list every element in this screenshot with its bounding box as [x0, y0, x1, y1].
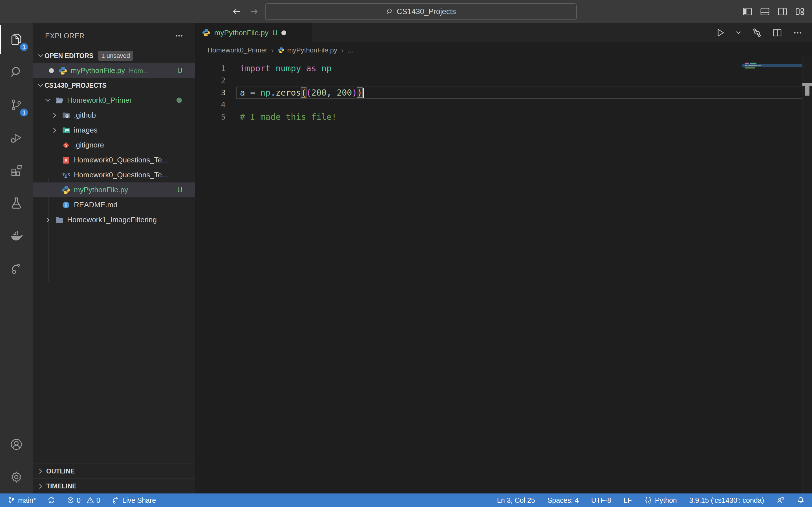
- customize-layout-icon[interactable]: [795, 6, 805, 17]
- beaker-icon: [10, 196, 23, 210]
- code-token: a: [240, 88, 245, 98]
- code-line-5[interactable]: 5# I made this file!: [195, 111, 812, 123]
- line-content[interactable]: a = np.zeros((200, 200)): [226, 88, 364, 98]
- workspace-root-header[interactable]: CS1430_PROJECTS: [33, 78, 195, 93]
- activity-item-explorer[interactable]: 1: [0, 23, 33, 56]
- breadcrumbs: Homework0_Primer›myPythonFile.py›...: [195, 42, 812, 58]
- status-item-live-share[interactable]: Live Share: [112, 496, 156, 504]
- nav-arrows: [232, 7, 259, 16]
- sliver-glyph: [802, 83, 812, 86]
- status-item-problems[interactable]: 00: [66, 496, 100, 504]
- tree-item-homework0-questions-te-[interactable]: Homework0_Questions_Te...: [33, 153, 195, 168]
- command-center-search[interactable]: CS1430_Projects: [265, 3, 577, 20]
- status-label: UTF-8: [591, 496, 611, 504]
- status-label: Ln 3, Col 25: [497, 496, 535, 504]
- status-label: Live Share: [122, 496, 156, 504]
- line-content[interactable]: # I made this file!: [226, 112, 337, 122]
- status-bar-right: Ln 3, Col 25Spaces: 4UTF-8LFPython3.9.15…: [497, 496, 805, 504]
- status-item-eol[interactable]: LF: [624, 496, 632, 504]
- back-button[interactable]: [232, 7, 241, 16]
- tree-item--gitignore[interactable]: .gitignore: [33, 137, 195, 153]
- status-item-indentation[interactable]: Spaces: 4: [547, 496, 579, 504]
- dirty-indicator[interactable]: [49, 68, 54, 73]
- tree-item-images[interactable]: images: [33, 123, 195, 137]
- search-icon: [10, 66, 23, 79]
- status-item-notifications[interactable]: [797, 496, 805, 504]
- status-item-encoding[interactable]: UTF-8: [591, 496, 611, 504]
- error-icon: [66, 496, 74, 504]
- open-editor-item[interactable]: myPythonFile.py Hom... U: [33, 63, 195, 78]
- line-number: 2: [195, 76, 226, 85]
- layout-controls: [742, 6, 805, 17]
- activity-item-accounts[interactable]: [0, 428, 33, 461]
- code-line-4[interactable]: 4: [195, 99, 812, 111]
- activity-item-settings[interactable]: [0, 461, 33, 494]
- braces-icon: [644, 496, 652, 504]
- status-bar-left: main*00Live Share: [7, 496, 156, 504]
- activity-item-search[interactable]: [0, 56, 33, 89]
- breadcrumb-item[interactable]: Homework0_Primer: [208, 46, 267, 54]
- chevron-right-icon: [51, 111, 59, 119]
- toggle-secondary-sidebar-icon[interactable]: [777, 6, 788, 17]
- activity-item-extensions[interactable]: [0, 154, 33, 187]
- tree-item-homework1-imagefiltering[interactable]: Homework1_ImageFiltering: [33, 212, 195, 227]
- tab-mypythonfile[interactable]: myPythonFile.py U: [195, 23, 312, 42]
- breadcrumb-item[interactable]: ...: [348, 46, 353, 54]
- outline-section[interactable]: OUTLINE: [33, 463, 195, 478]
- open-editor-description: Hom...: [129, 67, 149, 75]
- activity-item-run-debug[interactable]: [0, 121, 33, 154]
- tree-item-homework0-questions-te-[interactable]: TEXHomework0_Questions_Te...: [33, 168, 195, 182]
- toggle-panel-icon[interactable]: [760, 6, 770, 17]
- status-item-branch[interactable]: main*: [7, 496, 36, 504]
- activity-item-live-share[interactable]: [0, 252, 33, 285]
- breadcrumb-item[interactable]: myPythonFile.py: [278, 46, 337, 54]
- images-icon: [61, 126, 70, 135]
- folder-icon: [55, 215, 64, 224]
- vscode-window: CS1430_Projects 11 EXPLORER OPEN EDITORS…: [0, 0, 812, 507]
- toggle-primary-sidebar-icon[interactable]: [742, 6, 753, 17]
- code-line-2[interactable]: 2: [195, 74, 812, 87]
- forward-button[interactable]: [249, 7, 259, 16]
- tree-item-mypythonfile-py[interactable]: myPythonFile.pyU: [33, 182, 195, 198]
- branch-icon: [7, 496, 15, 504]
- status-item-feedback[interactable]: [776, 496, 785, 504]
- code-area[interactable]: 1import numpy as np23a = np.zeros((200, …: [195, 62, 812, 123]
- status-item-sync[interactable]: [47, 496, 55, 504]
- tree-item--github[interactable]: .github: [33, 108, 195, 123]
- run-button[interactable]: [714, 27, 725, 38]
- tree-item-readme-md[interactable]: README.md: [33, 198, 195, 212]
- status-bar: main*00Live Share Ln 3, Col 25Spaces: 4U…: [0, 494, 812, 507]
- run-dropdown-icon[interactable]: [735, 29, 742, 36]
- code-line-3[interactable]: 3a = np.zeros((200, 200)): [195, 87, 812, 99]
- python-icon: [61, 185, 70, 194]
- tab-dirty-indicator[interactable]: [281, 31, 286, 35]
- status-item-cursor-position[interactable]: Ln 3, Col 25: [497, 496, 535, 504]
- status-item-language[interactable]: Python: [644, 496, 677, 504]
- folder-open-icon: [55, 96, 64, 105]
- python-icon: [58, 66, 67, 75]
- open-changes-icon[interactable]: [752, 27, 762, 38]
- line-content[interactable]: import numpy as np: [226, 63, 332, 73]
- code-line-1[interactable]: 1import numpy as np: [195, 62, 812, 74]
- activity-item-testing[interactable]: [0, 187, 33, 219]
- minimap[interactable]: [742, 62, 802, 96]
- open-editors-header[interactable]: OPEN EDITORS 1 unsaved: [33, 49, 195, 63]
- line-number: 3: [195, 88, 226, 97]
- tree-item-label: Homework0_Questions_Te...: [74, 171, 168, 179]
- status-item-interpreter[interactable]: 3.9.15 ('cs1430': conda): [689, 496, 764, 504]
- code-token: import: [240, 63, 270, 73]
- code-token: =: [250, 88, 255, 98]
- more-actions-icon[interactable]: [792, 27, 803, 38]
- tree-item-homework0-primer[interactable]: Homework0_Primer: [33, 93, 195, 108]
- status-label: 3.9.15 ('cs1430': conda): [689, 496, 764, 504]
- minimap-line: [748, 65, 757, 66]
- code-token: # I made this file!: [240, 112, 337, 122]
- activity-item-docker[interactable]: [0, 219, 33, 252]
- tree-item-label: Homework0_Primer: [67, 96, 132, 105]
- split-editor-icon[interactable]: [772, 27, 783, 38]
- open-editor-name: myPythonFile.py: [71, 66, 125, 75]
- live-share-icon: [10, 262, 23, 275]
- activity-item-source-control[interactable]: 1: [0, 89, 33, 121]
- views-and-more-actions-icon[interactable]: [174, 31, 184, 41]
- timeline-section[interactable]: TIMELINE: [33, 478, 195, 494]
